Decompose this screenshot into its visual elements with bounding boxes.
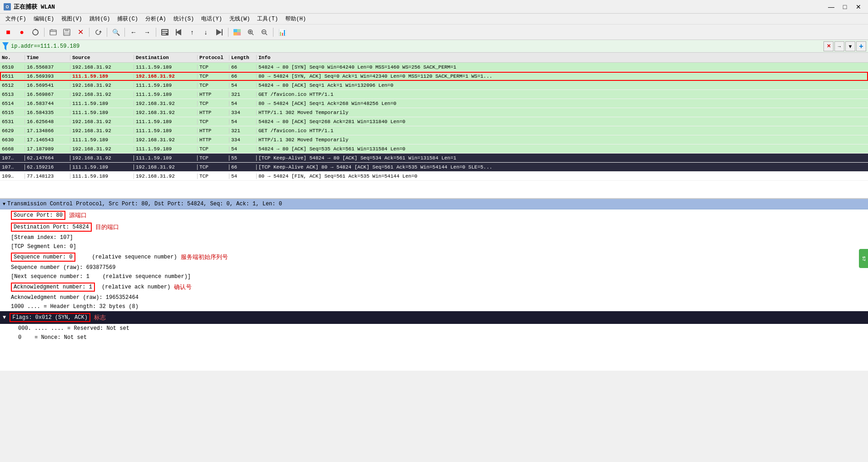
close-button[interactable]: ✕ — [853, 2, 864, 12]
menu-view[interactable]: 视图(V) — [58, 14, 86, 24]
nonce-row: 0 = Nonce: Not set — [0, 333, 868, 342]
filterbar: ✕ → ▼ + — [0, 40, 868, 53]
menu-help[interactable]: 帮助(H) — [282, 14, 310, 24]
sep-4 — [124, 28, 125, 37]
titlebar: 正在捕获 WLAN — □ ✕ — [0, 0, 868, 14]
header-len-row: 1000 .... = Header Length: 32 bytes (8) — [0, 302, 868, 311]
svg-rect-4 — [50, 30, 56, 35]
packet-list: No. Time Source Destination Protocol Len… — [0, 53, 868, 198]
sep-7 — [273, 28, 273, 37]
filter-add-button[interactable]: + — [856, 41, 866, 51]
go-first-button[interactable] — [172, 26, 185, 39]
filter-actions: ✕ → ▼ + — [823, 41, 866, 51]
dest-port-boxed: Destination Port: 54824 — [11, 223, 92, 232]
table-row[interactable]: 107… 62.159216 111.1.59.189 192.168.31.9… — [0, 163, 868, 172]
svg-rect-22 — [237, 32, 241, 35]
col-header-len: Length — [229, 55, 257, 60]
go-next-button[interactable]: ↓ — [199, 26, 212, 39]
zoom-in-button[interactable] — [244, 26, 257, 39]
titlebar-controls: — □ ✕ — [825, 2, 864, 12]
stream-index-row: [Stream index: 107] — [0, 233, 868, 242]
stats-button[interactable]: 📊 — [276, 26, 288, 39]
start-button[interactable]: ● — [15, 26, 28, 39]
next-seq-row: [Next sequence number: 1 (relative seque… — [0, 272, 868, 281]
col-header-no: No. — [0, 55, 25, 60]
dest-port-annotation: 目的端口 — [95, 223, 119, 231]
close-file-button[interactable]: ✕ — [74, 26, 87, 39]
table-row[interactable]: 109… 77.148123 111.1.59.189 192.168.31.9… — [0, 172, 868, 181]
col-header-time: Time — [25, 55, 70, 60]
expand-icon: ▼ — [3, 202, 5, 207]
minimize-button[interactable]: — — [825, 2, 837, 12]
ack-raw-row: Acknowledgment number (raw): 1965352464 — [0, 293, 868, 302]
maximize-button[interactable]: □ — [839, 2, 851, 12]
table-row[interactable]: 107… 62.147664 192.168.31.92 111.1.59.18… — [0, 154, 868, 163]
menu-capture[interactable]: 捕获(C) — [114, 14, 142, 24]
filter-icon — [2, 42, 9, 51]
go-forward-button[interactable]: → — [141, 26, 154, 39]
source-port-row: Source Port: 80 源端口 — [0, 209, 868, 221]
go-back-button[interactable]: ← — [127, 26, 140, 39]
flags-expand-icon: ▼ — [3, 314, 6, 321]
zoom-out-button[interactable] — [258, 26, 271, 39]
filter-apply-button[interactable]: → — [834, 41, 844, 51]
menu-analyze[interactable]: 分析(A) — [142, 14, 170, 24]
sep-5 — [156, 28, 156, 37]
menu-phone[interactable]: 电话(Y) — [198, 14, 226, 24]
sep-6 — [228, 28, 228, 37]
table-row[interactable]: 6629 17.134866 192.168.31.92 111.1.59.18… — [0, 126, 868, 135]
svg-rect-19 — [233, 29, 237, 32]
filter-input[interactable] — [11, 41, 823, 51]
stop-button[interactable]: ■ — [2, 26, 15, 39]
detail-pane: ▼ Transmission Control Protocol, Src Por… — [0, 198, 868, 371]
menu-wireless[interactable]: 无线(W) — [226, 14, 254, 24]
svg-marker-3 — [34, 29, 37, 30]
app-icon — [4, 3, 11, 10]
table-row[interactable]: 6531 16.625648 192.168.31.92 111.1.59.18… — [0, 117, 868, 126]
tcp-section-label: Transmission Control Protocol, Src Port:… — [7, 201, 282, 207]
svg-marker-30 — [2, 42, 9, 50]
table-row[interactable]: 6514 16.583744 111.1.59.189 192.168.31.9… — [0, 99, 868, 108]
ack-number-row: Acknowledgment number: 1 (relative ack n… — [0, 281, 868, 293]
svg-marker-9 — [99, 30, 102, 32]
table-row[interactable]: 6510 16.556837 192.168.31.92 111.1.59.18… — [0, 63, 868, 72]
restart-button[interactable] — [29, 26, 42, 39]
search-button[interactable]: 🔍 — [109, 26, 122, 39]
table-row[interactable]: 6630 17.146543 111.1.59.189 192.168.31.9… — [0, 135, 868, 144]
filter-dropdown-button[interactable]: ▼ — [845, 41, 855, 51]
save-button[interactable] — [60, 26, 73, 39]
menu-file[interactable]: 文件(F) — [2, 14, 30, 24]
open-button[interactable] — [47, 26, 60, 39]
titlebar-left: 正在捕获 WLAN — [4, 3, 55, 11]
reload-button[interactable] — [92, 26, 104, 39]
go-prev-button[interactable]: ↑ — [186, 26, 198, 39]
colorize-button[interactable] — [231, 26, 243, 39]
svg-rect-15 — [176, 29, 177, 35]
menu-statistics[interactable]: 统计(S) — [170, 14, 198, 24]
table-row[interactable]: 6668 17.187989 192.168.31.92 111.1.59.18… — [0, 144, 868, 154]
menu-tools[interactable]: 工具(T) — [253, 14, 282, 24]
sep-2 — [89, 28, 89, 37]
flags-annotation: 标志 — [94, 313, 106, 322]
svg-rect-12 — [162, 32, 168, 33]
menu-goto[interactable]: 跳转(G) — [86, 14, 114, 24]
sep-3 — [107, 28, 107, 37]
segment-len-row: [TCP Segment Len: 0] — [0, 242, 868, 251]
ack-number-boxed: Acknowledgment number: 1 — [11, 283, 95, 292]
tcp-section-header[interactable]: ▼ Transmission Control Protocol, Src Por… — [0, 199, 868, 209]
mark-button[interactable] — [159, 26, 171, 39]
svg-rect-21 — [233, 32, 237, 35]
filter-clear-button[interactable]: ✕ — [823, 41, 833, 51]
go-last-button[interactable] — [213, 26, 226, 39]
table-row[interactable]: 6515 16.584335 111.1.59.189 192.168.31.9… — [0, 108, 868, 117]
toolbar: ■ ● ✕ — [0, 25, 868, 40]
table-row[interactable]: 6511 16.569393 111.1.59.189 192.168.31.9… — [0, 72, 868, 81]
menu-edit[interactable]: 编辑(E) — [30, 14, 58, 24]
reserved-row: 000. .... .... = Reserved: Not set — [0, 324, 868, 333]
svg-rect-17 — [222, 29, 223, 35]
svg-rect-8 — [64, 33, 69, 35]
table-row[interactable]: 6512 16.569541 192.168.31.92 111.1.59.18… — [0, 81, 868, 90]
table-row[interactable]: 6513 16.569867 192.168.31.92 111.1.59.18… — [0, 90, 868, 99]
col-header-src: Source — [70, 55, 134, 60]
flags-section-header[interactable]: ▼ Flags: 0x012 (SYN, ACK) 标志 — [0, 311, 868, 324]
